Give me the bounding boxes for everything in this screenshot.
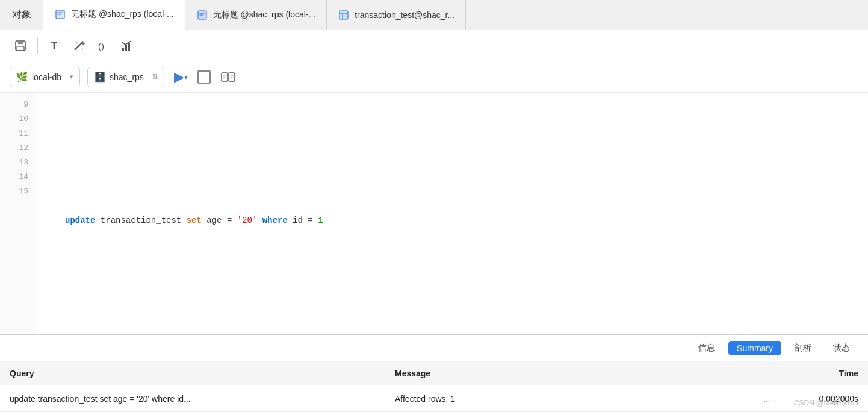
tab-query-2-label: 无标题 @shac_rps (local-... xyxy=(213,10,316,20)
tab-query-1-label: 无标题 @shac_rps (local-... xyxy=(71,9,174,20)
svg-rect-16 xyxy=(128,43,130,51)
code-editor[interactable]: update transaction_test set age = '20' w… xyxy=(36,93,868,334)
bottom-tab-bar: 信息 Summary 剖析 状态 xyxy=(0,335,868,361)
bottom-panel: 信息 Summary 剖析 状态 Query Message Time upda… xyxy=(0,334,868,412)
keyword-update: update xyxy=(65,213,95,228)
toolbar: T () xyxy=(0,30,868,61)
code-table-name: transaction_test xyxy=(95,213,186,228)
svg-rect-17 xyxy=(222,73,228,81)
tab-bar: 对象 无标题 @shac_rps (local-... 无标题 @shac_rp… xyxy=(0,0,868,30)
svg-line-10 xyxy=(75,43,81,50)
tab-table-label: transaction_test@shac_r... xyxy=(355,10,454,20)
tab-table-icon xyxy=(338,9,350,21)
svg-point-12 xyxy=(82,48,83,49)
svg-rect-7 xyxy=(18,41,23,44)
line-num-12: 12 xyxy=(19,141,28,155)
run-button[interactable]: ▶ ▾ xyxy=(172,69,190,85)
objects-tab-label: 对象 xyxy=(12,8,31,21)
line-num-13: 13 xyxy=(19,155,28,170)
run-dropdown-icon: ▾ xyxy=(184,73,188,81)
svg-point-11 xyxy=(76,41,78,43)
stop-button[interactable] xyxy=(197,70,211,84)
svg-rect-8 xyxy=(17,46,24,51)
line-num-14: 14 xyxy=(19,170,28,184)
code-col-assign: age = xyxy=(202,213,237,228)
editor-area: 9 10 11 12 13 14 15 update transaction_t… xyxy=(0,93,868,334)
line-numbers: 9 10 11 12 13 14 15 xyxy=(0,93,36,334)
explain-icon xyxy=(220,70,236,84)
schema-label: shac_rps xyxy=(110,72,144,82)
explain-button[interactable] xyxy=(218,70,238,84)
keyword-where: where xyxy=(262,213,288,228)
format-icon: T xyxy=(48,39,61,52)
row-query: update transaction_test set age = '20' w… xyxy=(0,394,385,404)
code-condition: id = xyxy=(288,213,318,228)
db-selector-row: 🌿 local-db ▾ 🗄️ shac_rps ⇅ ▶ ▾ xyxy=(0,61,868,93)
code-space xyxy=(257,213,262,228)
table-row: update transaction_test set age = '20' w… xyxy=(0,385,868,412)
keyword-set: set xyxy=(187,213,202,228)
bottom-tab-profile[interactable]: 剖析 xyxy=(786,340,820,356)
magic-icon xyxy=(72,39,85,52)
tab-query-1[interactable]: 无标题 @shac_rps (local-... xyxy=(43,0,185,30)
svg-rect-15 xyxy=(125,45,127,51)
save-button[interactable] xyxy=(10,35,31,57)
chart-icon xyxy=(120,39,134,52)
line-num-10: 10 xyxy=(19,112,28,126)
svg-rect-14 xyxy=(122,48,124,51)
code-line-10 xyxy=(46,170,858,184)
col-header-query: Query xyxy=(0,369,385,378)
tab-query-1-icon xyxy=(54,8,66,20)
line-num-9: 9 xyxy=(23,98,28,112)
tab-table[interactable]: transaction_test@shac_r... xyxy=(327,0,466,30)
svg-rect-4 xyxy=(339,11,348,19)
save-icon xyxy=(14,39,27,52)
schema-icon: 🗄️ xyxy=(94,71,106,83)
col-header-message: Message xyxy=(385,369,772,378)
local-db-icon: 🌿 xyxy=(16,71,28,83)
code-line-12 xyxy=(46,257,858,271)
tab-query-2-icon xyxy=(196,9,208,21)
format-button[interactable]: T xyxy=(44,35,66,57)
magic-button[interactable] xyxy=(68,35,90,57)
code-line-9 xyxy=(46,126,858,141)
result-table-body: update transaction_test set age = '20' w… xyxy=(0,385,868,412)
brackets-icon: () xyxy=(96,39,110,52)
code-value: '20' xyxy=(237,213,258,228)
toolbar-divider-1 xyxy=(37,37,38,54)
code-number: 1 xyxy=(318,213,323,228)
svg-text:T: T xyxy=(51,41,57,51)
row-dots: ... xyxy=(754,394,772,404)
svg-text:(): () xyxy=(98,41,104,51)
schema-chevron-icon: ⇅ xyxy=(152,73,158,81)
code-line-11: update transaction_test set age = '20' w… xyxy=(46,213,858,228)
line-num-15: 15 xyxy=(19,184,28,199)
tab-objects[interactable]: 对象 xyxy=(0,0,43,30)
local-db-selector[interactable]: 🌿 local-db ▾ xyxy=(10,67,80,87)
chart-button[interactable] xyxy=(116,35,138,57)
line-num-11: 11 xyxy=(19,126,28,141)
row-message: Affected rows: 1 xyxy=(385,394,754,404)
col-header-time: Time xyxy=(772,369,868,378)
tab-query-2[interactable]: 无标题 @shac_rps (local-... xyxy=(185,0,327,30)
result-table-header: Query Message Time xyxy=(0,361,868,385)
brackets-button[interactable]: () xyxy=(92,35,114,57)
local-db-chevron-icon: ▾ xyxy=(70,73,73,81)
local-db-label: local-db xyxy=(32,72,61,82)
bottom-tab-summary[interactable]: Summary xyxy=(728,341,781,355)
bottom-tab-status[interactable]: 状态 xyxy=(825,340,858,356)
svg-rect-18 xyxy=(229,73,235,81)
bottom-tab-info[interactable]: 信息 xyxy=(690,340,724,356)
run-arrow-icon: ▶ xyxy=(174,69,184,85)
code-line-13 xyxy=(46,300,858,314)
watermark: CSDN @MellowYou xyxy=(794,399,858,407)
schema-selector[interactable]: 🗄️ shac_rps ⇅ xyxy=(87,67,164,87)
